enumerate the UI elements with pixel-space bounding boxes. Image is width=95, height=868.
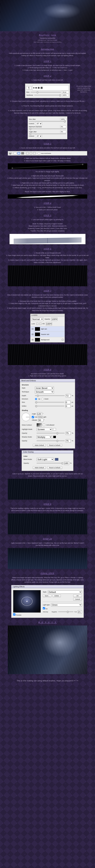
step2-sidenote: It's ok if you select other options, how… <box>76 85 92 93</box>
make-default-button[interactable]: Make Default <box>33 466 46 469</box>
angle-input[interactable] <box>37 412 42 415</box>
opacity-input[interactable] <box>51 317 57 321</box>
make-default-button[interactable]: Make Default <box>33 444 46 447</box>
soften-input[interactable] <box>65 404 70 408</box>
depth-input[interactable] <box>66 394 71 397</box>
difficulty: Difficulty level: Low intermediate <box>3 39 92 41</box>
light-on-checkbox[interactable] <box>43 607 45 609</box>
layer-name: heavier rain <box>41 334 49 335</box>
intensity-input[interactable] <box>78 610 82 614</box>
step3-note: You are free to change angle slightly. <box>0 170 95 173</box>
pen-option-icon[interactable] <box>26 152 29 155</box>
antialiased-checkbox[interactable] <box>43 424 45 426</box>
pen-option-icon[interactable] <box>33 152 36 155</box>
direction-up-radio[interactable] <box>35 398 37 400</box>
step1-head: STEP 1 <box>0 60 95 63</box>
control-select[interactable]: Off <box>35 122 42 125</box>
delete-button[interactable]: Delete <box>52 594 61 597</box>
step8-i1: 1. Right click on the rain layer and sel… <box>0 375 95 377</box>
rain-sample-2 <box>8 344 87 365</box>
shape-dynamics-panel: Size Jitter Control:Off Minimum Diameter… <box>28 116 67 139</box>
color-overlay-dialog: Color Overlay Color Blend Mode: Soft Lig… <box>21 450 74 471</box>
layer-row-bg[interactable]: Background <box>31 337 64 342</box>
step2-i2: 2. Choose a hard round 100% opaque brush… <box>6 100 89 102</box>
ok-button[interactable]: OK <box>73 594 82 597</box>
control-select-2[interactable]: Off <box>35 135 42 137</box>
angle-jitter-label: Angle Jitter <box>29 131 37 133</box>
shadow-opacity-input[interactable] <box>66 439 71 442</box>
save-button[interactable]: Save... <box>43 594 51 597</box>
preview-checkbox[interactable] <box>13 613 15 616</box>
cancel-button[interactable]: Cancel <box>73 598 82 601</box>
pen-tool-icon <box>9 152 11 155</box>
contour-picker[interactable] <box>37 423 42 427</box>
min-diameter-input[interactable] <box>60 125 66 128</box>
bevel-size-input[interactable] <box>65 401 70 404</box>
pen-option-icon[interactable] <box>30 152 32 155</box>
bevel-technique-select[interactable]: Smooth <box>35 390 54 394</box>
step6-i1: 1. Choose white as your foreground color… <box>6 252 89 254</box>
overlay-color-swatch[interactable] <box>55 458 58 461</box>
step6-head: STEP 6 <box>0 247 95 250</box>
intensity-label: Intensity: <box>43 611 51 613</box>
brush-size-input[interactable] <box>62 91 69 93</box>
step5-i1: 1. Let's open Brush palette again, by pr… <box>0 219 95 221</box>
layer-name: Background <box>41 339 49 341</box>
step3-i4: 4. Right click on the layer and choose '… <box>6 175 89 177</box>
global-light-checkbox[interactable] <box>32 416 34 418</box>
eye-icon[interactable] <box>32 328 34 330</box>
overlay-opacity-input[interactable] <box>64 462 69 465</box>
overlay-opacity-label: Opacity: <box>23 462 36 464</box>
layer-row-rain1[interactable]: heavier rain <box>31 332 64 337</box>
highlight-mode-select[interactable]: Screen <box>37 428 52 431</box>
le-style-select[interactable]: Default <box>48 590 82 594</box>
angle-jitter-input[interactable] <box>60 130 66 133</box>
bevel-style-select[interactable]: Inner Bevel <box>35 386 54 390</box>
highlight-opacity-input[interactable] <box>66 432 71 435</box>
brush-panel-1: 19 Size: Hardness: <box>25 84 70 98</box>
blend-mode-select[interactable]: Normal <box>32 317 44 321</box>
overlay-blend-select[interactable]: Soft Light <box>37 458 54 461</box>
lock-pixels-icon[interactable] <box>36 323 38 325</box>
brush-preview-icon: 19 <box>26 86 32 89</box>
reset-default-button[interactable]: Reset to Default <box>47 466 62 469</box>
step7-rest: 1. Decrease size of the brush then it is… <box>0 300 95 312</box>
highlight-color-swatch[interactable] <box>53 428 56 431</box>
path-mode-icon[interactable] <box>17 152 20 155</box>
shape-mode-icon[interactable] <box>14 152 16 155</box>
light-type-select[interactable]: Omni <box>51 603 82 607</box>
lighting-title: Lighting Effects <box>11 585 84 588</box>
step3-head: STEP 3 <box>0 142 95 145</box>
step6-list: 1. Choose white as your foreground color… <box>0 252 95 264</box>
layer-row-rain2[interactable]: light rain <box>31 326 64 332</box>
fill-input[interactable] <box>46 322 52 326</box>
step3-result: Result: One layer is yours (well not min… <box>0 191 95 193</box>
size-jitter-input[interactable] <box>60 118 66 121</box>
brush-dot-icon <box>40 87 43 89</box>
bevel-title: Bevel and Emboss <box>20 379 75 382</box>
brush-hardness-input[interactable] <box>62 94 69 96</box>
step7-t1: Wow, it doesn't look very realistic yet.… <box>0 294 95 299</box>
step7-head: STEP 7 <box>0 289 95 292</box>
fill-mode-icon[interactable] <box>21 152 24 155</box>
shadow-color-swatch[interactable] <box>53 436 56 438</box>
shadow-mode-select[interactable]: Multiply <box>37 435 52 439</box>
eye-icon[interactable] <box>32 334 34 335</box>
eye-icon[interactable] <box>32 339 34 341</box>
step6-i3: 3. Create a layer on top of it, and care… <box>6 259 89 264</box>
layers-tab[interactable]: LAYERS <box>31 314 64 317</box>
full-label: Full <box>75 611 77 613</box>
depth-label: Depth: <box>22 395 34 397</box>
auto-add-checkbox[interactable] <box>38 152 40 155</box>
lighting-preview[interactable] <box>13 590 41 613</box>
brush-dot-icon <box>35 87 37 89</box>
angle-wheel[interactable] <box>22 413 30 421</box>
altitude-input[interactable] <box>38 418 43 422</box>
result-text: This is it for making rain using default… <box>0 679 95 682</box>
direction-down-radio[interactable] <box>41 398 44 400</box>
step4-list: 1. Now, go to Edit -> Define Brush Prese… <box>0 206 95 211</box>
path-preview <box>8 163 87 169</box>
reset-default-button[interactable]: Reset to Default <box>47 444 62 447</box>
brush-dot-icon <box>33 87 35 89</box>
lock-position-icon[interactable] <box>39 323 41 325</box>
